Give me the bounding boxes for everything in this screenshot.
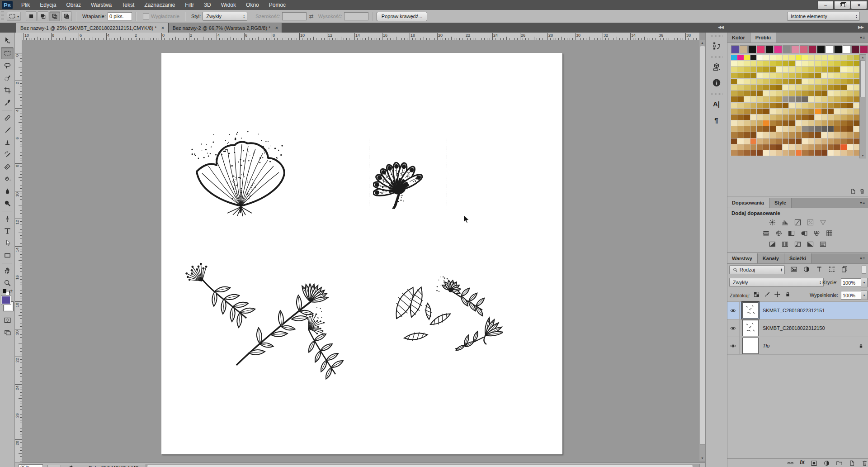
foreground-color-swatch[interactable]	[1, 295, 11, 305]
swatch[interactable]	[834, 85, 840, 90]
brush-tool[interactable]	[1, 124, 13, 136]
swatch[interactable]	[854, 144, 859, 150]
swatch[interactable]	[840, 103, 846, 108]
swatch[interactable]	[854, 79, 859, 84]
tab-próbki[interactable]: Próbki	[750, 33, 776, 43]
tab-dopasowania[interactable]: Dopasowania	[727, 198, 769, 208]
filter-copy-icon[interactable]	[841, 266, 848, 273]
swatch[interactable]	[821, 67, 827, 72]
path-selection-tool[interactable]	[1, 238, 13, 249]
zoom-level-field[interactable]: 25%	[19, 464, 43, 467]
swatch[interactable]	[783, 79, 788, 84]
selection-mode-new-button[interactable]	[26, 11, 37, 21]
swatch[interactable]	[763, 126, 769, 132]
swatch[interactable]	[847, 120, 853, 126]
swatch[interactable]	[776, 150, 782, 156]
swatch[interactable]	[789, 85, 795, 90]
swatch[interactable]	[796, 126, 802, 132]
swatch[interactable]	[847, 91, 853, 96]
filter-image-icon[interactable]	[790, 266, 797, 273]
paragraph-panel-icon[interactable]: ¶	[708, 112, 725, 128]
swatch[interactable]	[770, 114, 776, 120]
feather-input[interactable]: 0 piks.	[108, 12, 132, 20]
swatch[interactable]	[789, 126, 795, 132]
swatch[interactable]	[757, 85, 763, 90]
pen-tool[interactable]	[1, 213, 13, 224]
swatch[interactable]	[770, 150, 776, 156]
move-tool[interactable]	[1, 35, 13, 46]
swatch[interactable]	[808, 103, 814, 108]
swatch[interactable]	[744, 132, 750, 138]
recent-swatch[interactable]	[808, 45, 816, 53]
menu-item-okno[interactable]: Okno	[241, 0, 264, 10]
recent-swatch[interactable]	[757, 45, 765, 53]
swatch[interactable]	[847, 55, 853, 60]
swatch[interactable]	[770, 132, 776, 138]
zoom-tool[interactable]	[1, 277, 13, 289]
selection-mode-subtract-button[interactable]	[49, 11, 60, 21]
menu-item-3d[interactable]: 3D	[199, 0, 216, 10]
swatch[interactable]	[821, 120, 827, 126]
swatch[interactable]	[802, 132, 808, 138]
layers-chain-button[interactable]	[787, 459, 794, 467]
swatch[interactable]	[757, 138, 763, 144]
swatch[interactable]	[763, 103, 769, 108]
swatch[interactable]	[808, 138, 814, 144]
swatch[interactable]	[763, 55, 769, 60]
panel-menu-icon[interactable]: ▾≡	[860, 200, 865, 205]
swatch[interactable]	[750, 96, 756, 102]
panel-menu-icon[interactable]: ▾≡	[860, 35, 865, 40]
opacity-value[interactable]: 100%	[841, 278, 862, 287]
swatch[interactable]	[854, 138, 859, 144]
swatch[interactable]	[834, 96, 840, 102]
swatch[interactable]	[854, 132, 859, 138]
invert-adjustment-icon[interactable]	[768, 240, 777, 248]
swatch[interactable]	[757, 79, 763, 84]
swatch[interactable]	[770, 73, 776, 78]
recent-swatch[interactable]	[843, 45, 851, 53]
swatch[interactable]	[840, 120, 846, 126]
swatch[interactable]	[731, 103, 737, 108]
recent-swatch[interactable]	[774, 45, 782, 53]
swatch[interactable]	[763, 96, 769, 102]
recent-swatch[interactable]	[783, 45, 791, 53]
paint-bucket-tool[interactable]	[1, 173, 13, 185]
swatch[interactable]	[796, 109, 802, 114]
menu-item-tekst[interactable]: Tekst	[117, 0, 139, 10]
swatch[interactable]	[744, 61, 750, 66]
swatch[interactable]	[808, 109, 814, 114]
swatch[interactable]	[854, 120, 859, 126]
swatch[interactable]	[847, 144, 853, 150]
quick-selection-tool[interactable]	[1, 72, 13, 84]
swatch[interactable]	[763, 67, 769, 72]
swatch[interactable]	[796, 103, 802, 108]
tool-preset-picker[interactable]: ▾	[7, 12, 21, 21]
swatch[interactable]	[815, 103, 821, 108]
selective-adjustment-icon[interactable]	[819, 240, 827, 248]
vibrance-adjustment-icon[interactable]	[819, 219, 827, 226]
swatch[interactable]	[750, 109, 756, 114]
swatch[interactable]	[731, 132, 737, 138]
swatch[interactable]	[828, 91, 834, 96]
lock-lock-icon[interactable]	[784, 291, 791, 298]
swap-dimensions-icon[interactable]: ⇄	[309, 13, 314, 19]
swatch[interactable]	[796, 55, 802, 60]
scroll-up-icon[interactable]: ▲	[860, 55, 866, 60]
swatch[interactable]	[815, 96, 821, 102]
swatch[interactable]	[840, 132, 846, 138]
swatch[interactable]	[847, 73, 853, 78]
refine-edge-button[interactable]: Popraw krawędź...	[377, 12, 427, 21]
swatch[interactable]	[840, 126, 846, 132]
swatch[interactable]	[783, 138, 788, 144]
swatch[interactable]	[802, 61, 808, 66]
swatch[interactable]	[731, 91, 737, 96]
swatch[interactable]	[783, 61, 788, 66]
swatch[interactable]	[757, 96, 763, 102]
horizontal-scrollbar[interactable]	[146, 464, 700, 467]
swatch[interactable]	[750, 150, 756, 156]
swatch[interactable]	[854, 67, 859, 72]
tab-close-icon[interactable]: ×	[274, 25, 279, 31]
swatch[interactable]	[834, 126, 840, 132]
swatch[interactable]	[757, 67, 763, 72]
swatch[interactable]	[840, 73, 846, 78]
